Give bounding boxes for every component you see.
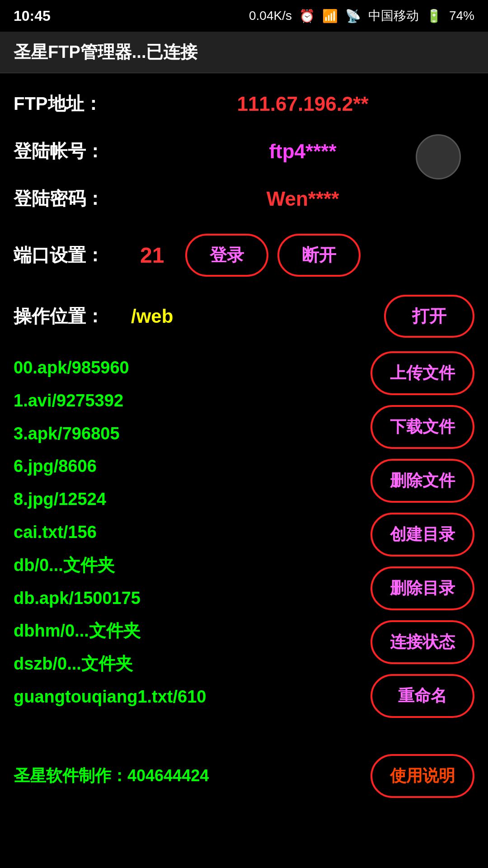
list-item[interactable]: 3.apk/796805 — [14, 417, 361, 450]
list-item[interactable]: cai.txt/156 — [14, 516, 361, 549]
brand-text: 圣星软件制作：404644424 — [14, 765, 209, 787]
port-label: 端口设置： — [14, 243, 131, 268]
password-label: 登陆密码： — [14, 186, 131, 211]
file-section: 00.apk/9859601.avi/92753923.apk/7968056.… — [14, 351, 474, 718]
list-item[interactable]: dbhm/0...文件夹 — [14, 614, 361, 647]
main-content: FTP地址： 111.67.196.2** 登陆帐号： ftp4**** 登陆密… — [0, 73, 488, 731]
alarm-icon: ⏰ — [299, 9, 315, 24]
account-label: 登陆帐号： — [14, 139, 131, 164]
circle-button[interactable] — [416, 134, 461, 179]
list-item[interactable]: guangtouqiang1.txt/610 — [14, 680, 361, 713]
action-buttons: 上传文件 下载文件 删除文件 创建目录 删除目录 连接状态 重命名 — [371, 351, 474, 718]
login-button[interactable]: 登录 — [185, 234, 268, 277]
download-file-button[interactable]: 下载文件 — [371, 405, 474, 449]
list-item[interactable]: 00.apk/985960 — [14, 351, 361, 384]
battery-icon: 🔋 — [426, 9, 442, 24]
app-title: 圣星FTP管理器...已连接 — [14, 42, 197, 61]
op-row: 操作位置： /web 打开 — [14, 295, 474, 338]
list-item[interactable]: 8.jpg/12524 — [14, 483, 361, 516]
list-item[interactable]: dszb/0...文件夹 — [14, 647, 361, 680]
title-bar: 圣星FTP管理器...已连接 — [0, 32, 488, 73]
open-button[interactable]: 打开 — [384, 295, 474, 338]
port-row: 端口设置： 21 登录 断开 — [14, 234, 474, 277]
status-right: 0.04K/s ⏰ 📶 📡 中国移动 🔋 74% — [249, 7, 474, 24]
list-item[interactable]: 6.jpg/8606 — [14, 450, 361, 483]
signal-icon: 📡 — [345, 9, 361, 24]
disconnect-button[interactable]: 断开 — [277, 234, 361, 277]
list-item[interactable]: db.apk/1500175 — [14, 582, 361, 615]
password-value: Wen**** — [131, 188, 474, 210]
wifi-icon: 📶 — [322, 9, 338, 24]
list-item[interactable]: db/0...文件夹 — [14, 549, 361, 582]
delete-dir-button[interactable]: 删除目录 — [371, 566, 474, 610]
op-value: /web — [131, 306, 384, 327]
ftp-address-row: FTP地址： 111.67.196.2** — [14, 91, 474, 116]
create-dir-button[interactable]: 创建目录 — [371, 513, 474, 557]
footer: 圣星软件制作：404644424 使用说明 — [0, 741, 488, 807]
account-row-wrapper: 登陆帐号： ftp4**** — [14, 139, 474, 164]
op-label: 操作位置： — [14, 304, 131, 329]
password-row: 登陆密码： Wen**** — [14, 186, 474, 211]
rename-button[interactable]: 重命名 — [371, 674, 474, 718]
status-carrier: 中国移动 — [368, 7, 419, 24]
upload-file-button[interactable]: 上传文件 — [371, 351, 474, 395]
status-bar: 10:45 0.04K/s ⏰ 📶 📡 中国移动 🔋 74% — [0, 0, 488, 32]
file-list: 00.apk/9859601.avi/92753923.apk/7968056.… — [14, 351, 361, 718]
delete-file-button[interactable]: 删除文件 — [371, 459, 474, 503]
conn-status-button[interactable]: 连接状态 — [371, 620, 474, 664]
ftp-address-value: 111.67.196.2** — [131, 93, 474, 115]
list-item[interactable]: 1.avi/9275392 — [14, 384, 361, 417]
account-row: 登陆帐号： ftp4**** — [14, 139, 474, 164]
usage-button[interactable]: 使用说明 — [371, 754, 474, 798]
status-speed: 0.04K/s — [249, 9, 292, 23]
port-value: 21 — [140, 243, 176, 268]
ftp-address-label: FTP地址： — [14, 91, 131, 116]
status-battery: 74% — [449, 9, 474, 23]
status-time: 10:45 — [14, 8, 51, 24]
